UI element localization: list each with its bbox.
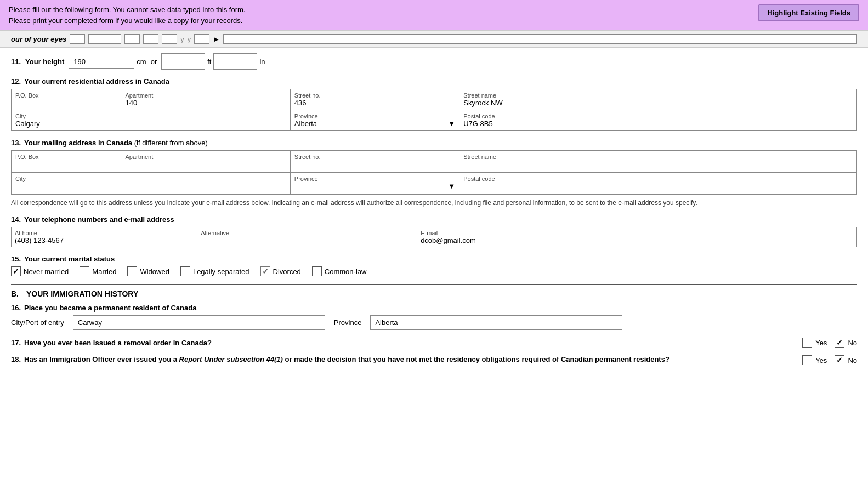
partial-label: our of your eyes [11, 35, 66, 43]
partial-checkbox4[interactable] [162, 34, 177, 44]
q13-postal-cell[interactable]: Postal code [459, 173, 857, 195]
q17-yes-checkbox[interactable] [802, 338, 812, 348]
q13-city-label: City [15, 175, 286, 182]
partial-checkbox[interactable] [70, 34, 85, 44]
q12-city-value: Calgary [15, 119, 286, 128]
q11-in-unit: in [259, 58, 265, 66]
q14-email-cell[interactable]: E-mail dcob@gmail.com [417, 227, 857, 247]
q18-no-checkbox[interactable] [835, 355, 844, 365]
q13-pobox-label: P.O. Box [15, 153, 117, 160]
q17-block: 17. Have you ever been issued a removal … [11, 338, 857, 348]
q12-pobox-label: P.O. Box [15, 92, 117, 99]
q11-cm-unit: cm [137, 58, 146, 66]
marital-divorced: Divorced [260, 266, 301, 276]
marital-never-married: Never married [11, 266, 69, 276]
q13-province-cell[interactable]: Province ▼ [290, 173, 459, 195]
q12-streetname-value: Skyrock NW [463, 99, 853, 107]
q15-block: 15. Your current marital status Never ma… [11, 255, 857, 276]
q11-cm-input[interactable] [69, 55, 134, 69]
q12-num: 12. [11, 77, 21, 86]
q14-athome-label: At home [15, 230, 194, 236]
q14-label: Your telephone numbers and e-mail addres… [24, 215, 174, 224]
q16-province-input[interactable] [370, 315, 622, 330]
partial-checkbox3[interactable] [143, 34, 158, 44]
q11-num: 11. [11, 58, 21, 66]
partial-text-y: y [180, 35, 184, 43]
page-content: 11. Your height cm or ft in 12. Your cur… [0, 48, 868, 384]
q13-info: All correspondence will go to this addre… [11, 198, 857, 208]
q15-heading: 15. Your current marital status [11, 255, 857, 263]
partial-checkbox2[interactable] [124, 34, 140, 44]
section-b-header: B. YOUR IMMIGRATION HISTORY [11, 284, 857, 298]
q12-province-cell[interactable]: Province Alberta ▼ [290, 110, 459, 131]
partial-checkbox5[interactable] [194, 34, 209, 44]
q13-province-row: ▼ [294, 182, 455, 190]
q16-city-input[interactable] [73, 315, 325, 330]
partial-arrow: ► [213, 35, 220, 43]
q17-yes-group: Yes [802, 338, 827, 348]
q18-num: 18. [11, 355, 21, 363]
q12-streetname-label: Street name [463, 92, 853, 99]
q12-streetno-cell[interactable]: Street no. 436 [290, 89, 459, 110]
q13-row1: P.O. Box Apartment Street no. Street nam… [12, 151, 857, 173]
q12-pobox-cell[interactable]: P.O. Box [12, 89, 121, 110]
q13-apt-label: Apartment [125, 153, 286, 160]
q18-yes-checkbox[interactable] [802, 355, 812, 365]
legally-separated-label: Legally separated [193, 267, 249, 276]
q14-block: 14. Your telephone numbers and e-mail ad… [11, 215, 857, 247]
q12-postal-cell[interactable]: Postal code U7G 8B5 [459, 110, 857, 131]
banner-line2: Please print your completed form if you … [9, 15, 245, 26]
q18-no-label: No [848, 356, 857, 365]
marital-common-law: Common-law [312, 266, 367, 276]
q13-apt-cell[interactable]: Apartment [121, 151, 290, 173]
q16-province-label: Province [334, 318, 362, 327]
q12-block: 12. Your current residential address in … [11, 77, 857, 131]
q16-block: 16. Place you became a permanent residen… [11, 304, 857, 330]
q13-block: 13. Your mailing address in Canada (if d… [11, 139, 857, 208]
q14-athome-cell[interactable]: At home (403) 123-4567 [12, 227, 197, 247]
legally-separated-checkbox[interactable] [180, 266, 190, 276]
q11-ft-input[interactable] [161, 53, 205, 70]
widowed-label: Widowed [140, 267, 169, 276]
q12-province-dropdown-icon[interactable]: ▼ [448, 119, 455, 128]
q11-row: 11. Your height cm or ft in [11, 53, 857, 70]
q13-postal-label: Postal code [463, 175, 853, 182]
q18-em: Report Under subsection 44(1) [179, 355, 283, 363]
q13-pobox-cell[interactable]: P.O. Box [12, 151, 121, 173]
q11-in-input[interactable] [213, 53, 257, 70]
partial-text-y2: y [188, 35, 191, 43]
q13-province-dropdown-icon[interactable]: ▼ [448, 182, 455, 190]
q17-label: Have you ever been issued a removal orde… [24, 339, 212, 347]
q13-streetno-label: Street no. [294, 153, 455, 160]
q17-no-checkbox[interactable] [835, 338, 844, 348]
q13-streetname-cell[interactable]: Street name [459, 151, 857, 173]
q14-row: At home (403) 123-4567 Alternative E-mai… [12, 227, 857, 247]
q18-label: Has an Immigration Officer ever issued y… [24, 355, 670, 363]
q12-apt-cell[interactable]: Apartment 140 [121, 89, 290, 110]
q13-city-cell[interactable]: City [12, 173, 291, 195]
q12-streetname-cell[interactable]: Street name Skyrock NW [459, 89, 857, 110]
section-b-title: YOUR IMMIGRATION HISTORY [26, 289, 138, 298]
q14-alt-cell[interactable]: Alternative [197, 227, 417, 247]
banner-text: Please fill out the following form. You … [9, 4, 245, 26]
never-married-checkbox[interactable] [11, 266, 21, 276]
q13-streetno-cell[interactable]: Street no. [290, 151, 459, 173]
highlight-button[interactable]: Highlight Existing Fields [758, 4, 859, 21]
q15-num: 15. [11, 255, 21, 263]
q16-city-label: City/Port of entry [11, 318, 64, 327]
q12-province-row: Alberta ▼ [294, 119, 455, 128]
q17-no-group: No [835, 338, 857, 348]
partial-input2[interactable] [223, 34, 857, 44]
q17-num: 17. [11, 339, 21, 347]
q17-yes-label: Yes [815, 339, 827, 347]
q18-row: 18. Has an Immigration Officer ever issu… [11, 355, 857, 365]
widowed-checkbox[interactable] [127, 266, 137, 276]
married-checkbox[interactable] [80, 266, 89, 276]
divorced-checkbox[interactable] [260, 266, 270, 276]
partial-input1[interactable] [88, 34, 121, 44]
q12-city-cell[interactable]: City Calgary [12, 110, 291, 131]
q12-streetno-value: 436 [294, 99, 455, 107]
common-law-checkbox[interactable] [312, 266, 322, 276]
q13-heading: 13. Your mailing address in Canada (if d… [11, 139, 857, 147]
q17-question: 17. Have you ever been issued a removal … [11, 339, 795, 347]
